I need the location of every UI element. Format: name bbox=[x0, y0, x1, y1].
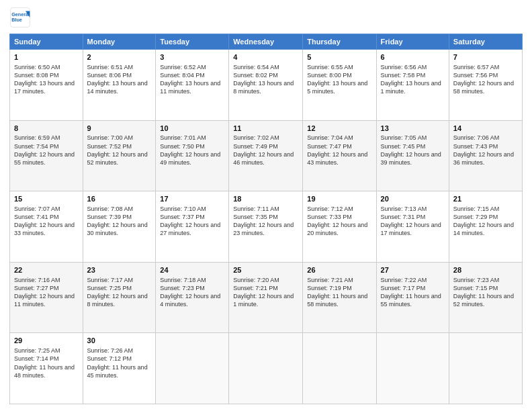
daylight-label: Daylight: 12 hours and 30 minutes. bbox=[87, 222, 148, 236]
day-number: 17 bbox=[160, 194, 224, 204]
daylight-label: Daylight: 13 hours and 14 minutes. bbox=[87, 80, 148, 95]
sunrise: Sunrise: 7:21 AM bbox=[307, 277, 353, 283]
header: General Blue bbox=[9, 7, 523, 28]
calendar-cell: 11Sunrise: 7:02 AMSunset: 7:49 PMDayligh… bbox=[229, 120, 303, 191]
week-row-1: 1Sunrise: 6:50 AMSunset: 8:08 PMDaylight… bbox=[10, 50, 523, 121]
day-number: 27 bbox=[381, 265, 445, 275]
sunrise: Sunrise: 6:56 AM bbox=[381, 64, 427, 71]
day-number: 14 bbox=[453, 124, 518, 134]
week-row-4: 22Sunrise: 7:16 AMSunset: 7:27 PMDayligh… bbox=[10, 262, 523, 333]
sunrise: Sunrise: 7:25 AM bbox=[14, 347, 60, 354]
col-header-monday: Monday bbox=[83, 34, 156, 50]
sunset: Sunset: 7:43 PM bbox=[453, 143, 498, 150]
calendar-cell: 24Sunrise: 7:18 AMSunset: 7:23 PMDayligh… bbox=[156, 262, 229, 333]
sunrise: Sunrise: 6:55 AM bbox=[307, 64, 353, 71]
daylight-label: Daylight: 12 hours and 46 minutes. bbox=[233, 151, 294, 166]
sunrise: Sunrise: 6:59 AM bbox=[14, 134, 60, 141]
calendar-table: SundayMondayTuesdayWednesdayThursdayFrid… bbox=[9, 34, 523, 404]
daylight-label: Daylight: 12 hours and 4 minutes. bbox=[160, 293, 220, 308]
day-number: 2 bbox=[87, 52, 152, 62]
daylight-label: Daylight: 11 hours and 52 minutes. bbox=[453, 293, 514, 308]
day-number: 1 bbox=[14, 52, 79, 62]
day-number: 9 bbox=[87, 124, 152, 134]
sunset: Sunset: 7:15 PM bbox=[453, 285, 498, 291]
calendar-cell: 9Sunrise: 7:00 AMSunset: 7:52 PMDaylight… bbox=[83, 120, 156, 191]
calendar-cell: 27Sunrise: 7:22 AMSunset: 7:17 PMDayligh… bbox=[376, 262, 449, 333]
daylight-label: Daylight: 12 hours and 52 minutes. bbox=[87, 151, 148, 166]
daylight-label: Daylight: 12 hours and 39 minutes. bbox=[381, 151, 441, 166]
calendar-cell: 4Sunrise: 6:54 AMSunset: 8:02 PMDaylight… bbox=[229, 50, 303, 121]
sunset: Sunset: 7:33 PM bbox=[307, 214, 352, 220]
day-number: 6 bbox=[381, 52, 445, 62]
sunrise: Sunrise: 7:17 AM bbox=[87, 277, 134, 283]
daylight-label: Daylight: 13 hours and 17 minutes. bbox=[14, 80, 75, 95]
calendar-cell: 13Sunrise: 7:05 AMSunset: 7:45 PMDayligh… bbox=[376, 120, 449, 191]
daylight-label: Daylight: 13 hours and 5 minutes. bbox=[307, 80, 367, 95]
sunrise: Sunrise: 7:00 AM bbox=[87, 134, 134, 141]
day-number: 13 bbox=[381, 124, 445, 134]
calendar-cell: 22Sunrise: 7:16 AMSunset: 7:27 PMDayligh… bbox=[10, 262, 83, 333]
sunrise: Sunrise: 7:22 AM bbox=[381, 277, 427, 283]
calendar-cell bbox=[229, 333, 303, 404]
sunset: Sunset: 7:39 PM bbox=[87, 214, 132, 220]
sunrise: Sunrise: 7:04 AM bbox=[307, 134, 353, 141]
sunset: Sunset: 7:29 PM bbox=[453, 214, 498, 220]
sunrise: Sunrise: 6:54 AM bbox=[233, 64, 279, 71]
logo-icon: General Blue bbox=[9, 7, 31, 28]
calendar-cell bbox=[376, 333, 449, 404]
sunset: Sunset: 8:06 PM bbox=[87, 72, 132, 79]
calendar-cell: 15Sunrise: 7:07 AMSunset: 7:41 PMDayligh… bbox=[10, 191, 83, 263]
page: General Blue SundayMondayTuesdayWednesda… bbox=[0, 0, 532, 411]
daylight-label: Daylight: 12 hours and 58 minutes. bbox=[453, 80, 514, 95]
logo: General Blue bbox=[9, 7, 31, 28]
sunset: Sunset: 7:49 PM bbox=[233, 143, 278, 150]
sunrise: Sunrise: 7:26 AM bbox=[87, 347, 134, 354]
sunset: Sunset: 7:45 PM bbox=[381, 143, 426, 150]
sunset: Sunset: 7:17 PM bbox=[381, 285, 426, 291]
col-header-sunday: Sunday bbox=[10, 34, 83, 50]
svg-text:Blue: Blue bbox=[11, 17, 22, 23]
calendar-cell: 14Sunrise: 7:06 AMSunset: 7:43 PMDayligh… bbox=[449, 120, 522, 191]
daylight-label: Daylight: 12 hours and 49 minutes. bbox=[160, 151, 220, 166]
calendar-cell: 19Sunrise: 7:12 AMSunset: 7:33 PMDayligh… bbox=[303, 191, 376, 263]
sunrise: Sunrise: 7:18 AM bbox=[160, 277, 206, 283]
sunrise: Sunrise: 7:23 AM bbox=[453, 277, 500, 283]
sunset: Sunset: 7:31 PM bbox=[381, 214, 426, 220]
col-header-saturday: Saturday bbox=[449, 34, 522, 50]
sunset: Sunset: 7:47 PM bbox=[307, 143, 352, 150]
day-number: 18 bbox=[233, 194, 298, 204]
sunset: Sunset: 7:58 PM bbox=[381, 72, 426, 79]
calendar-cell: 25Sunrise: 7:20 AMSunset: 7:21 PMDayligh… bbox=[229, 262, 303, 333]
sunset: Sunset: 8:02 PM bbox=[233, 72, 278, 79]
day-number: 24 bbox=[160, 265, 224, 275]
day-number: 21 bbox=[453, 194, 518, 204]
week-row-2: 8Sunrise: 6:59 AMSunset: 7:54 PMDaylight… bbox=[10, 120, 523, 191]
calendar-cell: 2Sunrise: 6:51 AMSunset: 8:06 PMDaylight… bbox=[83, 50, 156, 121]
sunset: Sunset: 7:27 PM bbox=[14, 285, 59, 291]
sunset: Sunset: 7:19 PM bbox=[307, 285, 352, 291]
daylight-label: Daylight: 12 hours and 8 minutes. bbox=[87, 293, 148, 308]
daylight-label: Daylight: 12 hours and 14 minutes. bbox=[453, 222, 514, 236]
daylight-label: Daylight: 12 hours and 17 minutes. bbox=[381, 222, 441, 236]
day-number: 29 bbox=[14, 336, 79, 346]
sunset: Sunset: 7:35 PM bbox=[233, 214, 278, 220]
daylight-label: Daylight: 12 hours and 1 minute. bbox=[233, 293, 294, 308]
calendar-cell: 16Sunrise: 7:08 AMSunset: 7:39 PMDayligh… bbox=[83, 191, 156, 263]
calendar-cell bbox=[449, 333, 522, 404]
sunset: Sunset: 7:12 PM bbox=[87, 355, 132, 362]
day-number: 3 bbox=[160, 52, 224, 62]
daylight-label: Daylight: 12 hours and 36 minutes. bbox=[453, 151, 514, 166]
week-row-3: 15Sunrise: 7:07 AMSunset: 7:41 PMDayligh… bbox=[10, 191, 523, 263]
sunrise: Sunrise: 7:10 AM bbox=[160, 205, 206, 212]
week-row-5: 29Sunrise: 7:25 AMSunset: 7:14 PMDayligh… bbox=[10, 333, 523, 404]
sunset: Sunset: 8:04 PM bbox=[160, 72, 205, 79]
sunset: Sunset: 7:37 PM bbox=[160, 214, 205, 220]
daylight-label: Daylight: 12 hours and 27 minutes. bbox=[160, 222, 220, 236]
sunset: Sunset: 7:54 PM bbox=[14, 143, 59, 150]
day-number: 26 bbox=[307, 265, 371, 275]
day-number: 10 bbox=[160, 124, 224, 134]
sunset: Sunset: 7:21 PM bbox=[233, 285, 278, 291]
sunrise: Sunrise: 7:13 AM bbox=[381, 205, 427, 212]
calendar-cell: 21Sunrise: 7:15 AMSunset: 7:29 PMDayligh… bbox=[449, 191, 522, 263]
daylight-label: Daylight: 11 hours and 58 minutes. bbox=[307, 293, 367, 308]
